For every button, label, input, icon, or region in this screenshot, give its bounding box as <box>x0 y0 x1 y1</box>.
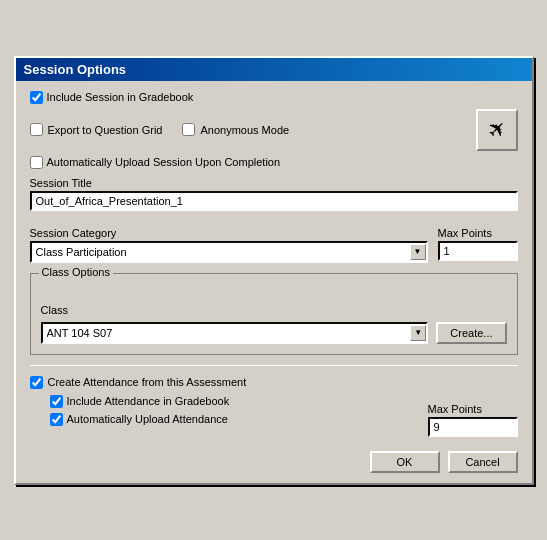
attendance-max-points-col: Max Points <box>428 395 518 437</box>
include-attendance-checkbox[interactable] <box>50 395 63 408</box>
class-label: Class <box>41 304 69 316</box>
airplane-icon: ✈ <box>481 114 512 145</box>
session-category-select[interactable]: Class Participation Quiz Homework Exam <box>30 241 428 263</box>
max-points-input[interactable] <box>438 241 518 261</box>
auto-upload-attendance-label[interactable]: Automatically Upload Attendance <box>50 413 228 426</box>
attendance-max-points-label: Max Points <box>428 403 518 415</box>
dialog-title: Session Options <box>24 62 127 77</box>
anonymous-mode-checkbox[interactable] <box>182 123 195 136</box>
create-button[interactable]: Create... <box>436 322 506 344</box>
session-category-wrapper: Class Participation Quiz Homework Exam ▼ <box>30 241 428 263</box>
include-session-label[interactable]: Include Session in Gradebook <box>30 91 194 104</box>
anonymous-mode-label[interactable]: Anonymous Mode <box>182 123 289 136</box>
separator <box>30 365 518 366</box>
class-select[interactable]: ANT 104 S07 BIO 101 S01 CHM 201 S02 <box>41 322 429 344</box>
class-options-group: Class Options Class ANT 104 S07 BIO 101 … <box>30 273 518 355</box>
include-session-checkbox[interactable] <box>30 91 43 104</box>
attendance-checkboxes: Include Attendance in Gradebook Automati… <box>30 395 428 431</box>
max-points-label: Max Points <box>438 227 518 239</box>
session-title-input[interactable] <box>30 191 518 211</box>
class-options-title: Class Options <box>39 266 113 278</box>
auto-upload-session-checkbox[interactable] <box>30 156 43 169</box>
airplane-icon-box: ✈ <box>476 109 518 151</box>
include-session-row: Include Session in Gradebook <box>30 91 518 104</box>
include-attendance-label[interactable]: Include Attendance in Gradebook <box>50 395 230 408</box>
auto-upload-attendance-row: Automatically Upload Attendance <box>50 413 428 426</box>
create-attendance-checkbox[interactable] <box>30 376 43 389</box>
auto-upload-session-row: Automatically Upload Session Upon Comple… <box>30 156 518 169</box>
session-title-label: Session Title <box>30 177 518 189</box>
footer-buttons: OK Cancel <box>30 451 518 473</box>
class-select-wrapper: ANT 104 S07 BIO 101 S01 CHM 201 S02 ▼ <box>41 322 429 344</box>
top-section: Include Session in Gradebook Export to Q… <box>30 91 518 355</box>
session-options-dialog: Session Options Include Session in Grade… <box>14 56 534 485</box>
auto-upload-attendance-checkbox[interactable] <box>50 413 63 426</box>
title-bar: Session Options <box>16 58 532 81</box>
class-row: Class <box>41 296 507 318</box>
export-question-grid-checkbox[interactable] <box>30 123 43 136</box>
attendance-section: Create Attendance from this Assessment I… <box>30 376 518 437</box>
class-select-row: ANT 104 S07 BIO 101 S01 CHM 201 S02 ▼ Cr… <box>41 322 507 344</box>
include-attendance-row: Include Attendance in Gradebook <box>50 395 428 408</box>
create-attendance-label[interactable]: Create Attendance from this Assessment <box>30 376 518 389</box>
cancel-button[interactable]: Cancel <box>448 451 518 473</box>
session-category-label: Session Category <box>30 227 428 239</box>
auto-upload-session-label[interactable]: Automatically Upload Session Upon Comple… <box>30 156 281 169</box>
ok-button[interactable]: OK <box>370 451 440 473</box>
export-question-grid-label[interactable]: Export to Question Grid <box>30 123 163 136</box>
attendance-max-points-input[interactable] <box>428 417 518 437</box>
